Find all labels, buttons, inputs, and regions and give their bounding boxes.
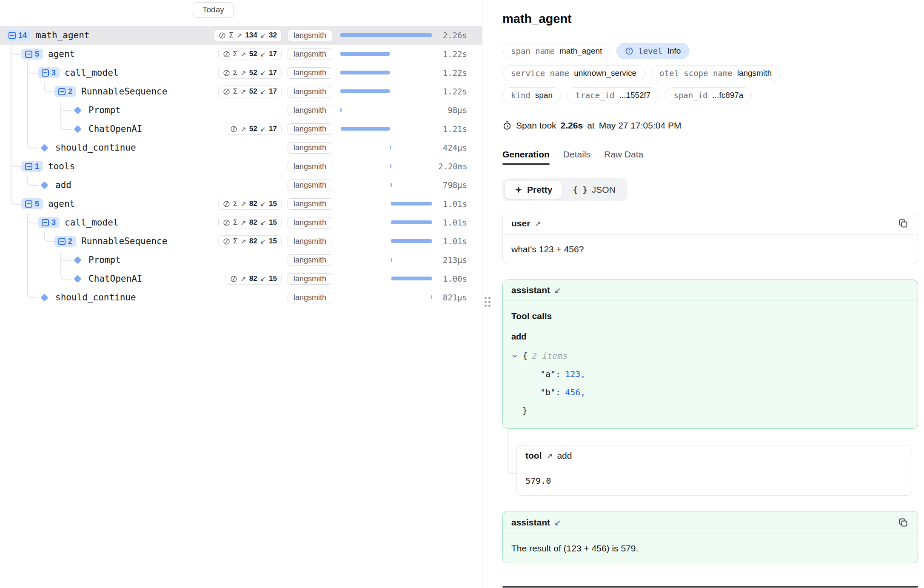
input-tokens-count: 82 [249, 200, 257, 208]
tree-indent [0, 241, 54, 242]
token-usage-pill: Σ ↗ 82 ↙ 15 [218, 217, 282, 228]
trace-tree: 14 math_agent Σ ↗ 134 ↙ 32 [0, 26, 482, 307]
duration-bar [340, 89, 390, 93]
span-name: RunnableSequence [81, 86, 167, 97]
duration-bar [431, 295, 432, 299]
input-tokens-arrow-icon: ↗ [240, 237, 246, 245]
duration-bar [340, 33, 432, 37]
sigma-total-icon: Σ [233, 218, 238, 227]
trace-row[interactable]: 5 agent Σ ↗ 52 ↙ 17 [0, 45, 482, 63]
page-title: math_agent [502, 11, 918, 26]
duration-bar [391, 220, 432, 224]
copy-button[interactable] [897, 217, 909, 229]
panel-resize-handle[interactable] [485, 297, 491, 307]
scope-tag: langsmith [288, 86, 332, 97]
duration-bar [340, 108, 342, 112]
tab-generation[interactable]: Generation [502, 149, 550, 165]
token-icon [230, 275, 237, 283]
input-tokens-count: 134 [245, 31, 257, 40]
trace-row[interactable]: ChatOpenAI ↗ 82 ↙ 15 langsmith [0, 269, 482, 288]
token-icon [223, 238, 230, 245]
tree-indent [0, 148, 38, 148]
tool-result-content: 579.0 [517, 466, 912, 495]
token-usage-pill: Σ ↗ 134 ↙ 32 [214, 29, 282, 41]
trace-row[interactable]: should_continue langsmith 424µs [0, 138, 482, 157]
trace-row[interactable]: 3 call_model Σ ↗ 52 ↙ 17 [0, 63, 482, 82]
output-tokens-arrow-icon: ↙ [260, 275, 266, 283]
scope-tag: langsmith [288, 198, 332, 210]
timeline-cell [336, 26, 438, 45]
span-label-cell: 5 agent [0, 49, 203, 60]
span-name: tools [48, 161, 75, 171]
leaf-diamond-icon [74, 275, 81, 283]
input-tokens-arrow-icon: ↗ [240, 219, 246, 227]
child-count: 14 [18, 31, 27, 39]
span-detail-panel: math_agent span_name math_agent level In… [494, 0, 924, 588]
collapse-count-badge[interactable]: 2 [54, 236, 76, 247]
timeline-cell [336, 101, 438, 120]
timing-connector: at [587, 120, 595, 131]
trace-row[interactable]: should_continue langsmith 821µs [0, 288, 482, 307]
timeline-track [340, 269, 432, 288]
trace-row[interactable]: Prompt langsmith 98µs [0, 101, 482, 120]
tab-details[interactable]: Details [563, 149, 590, 165]
collapse-count-badge[interactable]: 5 [21, 198, 43, 209]
collapse-count-badge[interactable]: 2 [54, 86, 76, 97]
sigma-total-icon: Σ [233, 69, 238, 77]
span-duration: 1.01s [438, 199, 467, 208]
assistant-tool-call-card: assistant ↙ Tool calls add { 2 items "a"… [502, 280, 918, 429]
tool-result-wrap: tool ↗ add 579.0 [516, 445, 912, 496]
collapse-count-badge[interactable]: 3 [38, 217, 60, 228]
token-cell: Σ ↗ 52 ↙ 17 [203, 48, 282, 60]
trace-row[interactable]: 2 RunnableSequence Σ ↗ 52 ↙ 17 [0, 82, 482, 101]
trace-row[interactable]: add langsmith 798µs [0, 176, 482, 194]
scope-tag: langsmith [288, 67, 332, 79]
collapse-count-badge[interactable]: 3 [38, 67, 60, 78]
trace-row[interactable]: 2 RunnableSequence Σ ↗ 82 ↙ 15 [0, 232, 482, 251]
horizontal-scrollbar[interactable] [502, 586, 918, 588]
timeline-track [340, 251, 432, 269]
scope-tag: langsmith [288, 30, 332, 41]
json-view-button[interactable]: { } JSON [564, 181, 625, 199]
tag-cell: langsmith [282, 142, 336, 154]
child-count: 5 [35, 200, 39, 208]
output-tokens-arrow-icon: ↙ [260, 237, 266, 245]
pretty-view-button[interactable]: Pretty [505, 181, 562, 199]
trace-row[interactable]: Prompt langsmith 213µs [0, 251, 482, 269]
collapse-count-badge[interactable]: 5 [21, 49, 43, 60]
span-duration: 1.21s [438, 124, 467, 134]
output-tokens-count: 15 [269, 237, 277, 245]
trace-row[interactable]: 3 call_model Σ ↗ 82 ↙ 15 [0, 213, 482, 232]
collapse-count-badge[interactable]: 1 [21, 161, 43, 172]
duration-bar [340, 52, 390, 56]
leaf-diamond-icon [74, 106, 81, 114]
tree-indent [0, 129, 71, 129]
tag-cell: langsmith [282, 67, 336, 79]
tag-cell: langsmith [282, 86, 336, 97]
tab-raw-data[interactable]: Raw Data [604, 149, 643, 165]
child-count: 5 [35, 50, 39, 58]
today-chip[interactable]: Today [193, 2, 234, 17]
copy-button[interactable] [897, 517, 909, 528]
kind-pill: kind span [502, 87, 561, 103]
token-cell: Σ ↗ 52 ↙ 17 [203, 67, 282, 79]
collapse-count-badge[interactable]: 14 [5, 30, 31, 41]
info-icon [625, 47, 633, 55]
timeline-cell [336, 232, 438, 251]
timeline-cell [336, 82, 438, 101]
timeline-track [340, 232, 432, 251]
span-label-cell: Prompt [0, 105, 203, 115]
trace-row[interactable]: 14 math_agent Σ ↗ 134 ↙ 32 [0, 26, 482, 45]
tree-indent [0, 91, 54, 92]
chevron-down-icon[interactable] [511, 353, 518, 360]
collapse-minus-icon [58, 238, 66, 245]
span-label-cell: 5 agent [0, 198, 203, 209]
trace-row[interactable]: ChatOpenAI ↗ 52 ↙ 17 langsmith [0, 120, 482, 138]
token-usage-pill: Σ ↗ 82 ↙ 15 [218, 235, 282, 247]
tree-indent [0, 166, 21, 167]
collapse-minus-icon [58, 88, 66, 95]
trace-row[interactable]: 5 agent Σ ↗ 82 ↙ 15 [0, 194, 482, 213]
output-tokens-arrow-icon: ↙ [260, 219, 266, 227]
user-message-header: user ↗ [503, 212, 918, 235]
trace-row[interactable]: 1 tools langsmith 2.20ms [0, 157, 482, 176]
